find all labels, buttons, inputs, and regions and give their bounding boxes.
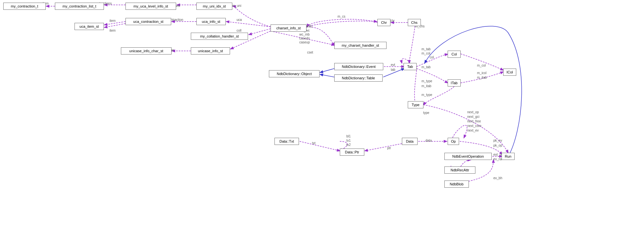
node-my_collation_handler_st: my_collation_handler_st: [191, 33, 248, 40]
node-NdbEventOperation: NdbEventOperation: [444, 153, 492, 160]
node-NdbRecAttr: NdbRecAttr: [444, 166, 475, 174]
node-uca_info_st: uca_info_st: [196, 18, 226, 25]
edge-label-44: pk_ev: [493, 139, 502, 142]
edge-label-17: casedn: [299, 37, 310, 40]
node-ICol: ICol: [503, 69, 516, 76]
edge-label-36: txt: [312, 141, 316, 145]
edge-label-8: coll: [237, 29, 241, 32]
edge-label-18: caseup: [299, 40, 310, 44]
node-charset_info_st: charset_info_st: [271, 24, 306, 32]
edge-label-29: m_itab: [477, 76, 487, 79]
node-Data: Data: [402, 138, 418, 145]
node-Tab: Tab: [404, 63, 417, 70]
node-my_contraction_list_t: my_contraction_list_t: [55, 3, 104, 10]
node-Data_Ptr: Data::Ptr: [340, 149, 364, 156]
edge-label-16: wc_mb: [299, 33, 310, 36]
edge-label-42: next_com: [467, 124, 481, 128]
edge-label-7: uca: [237, 18, 242, 22]
edge-label-25: m_itab: [421, 84, 431, 88]
edges-svg: [0, 0, 644, 236]
svg-line-6: [226, 22, 271, 27]
edge-label-19: cset: [307, 51, 313, 54]
svg-line-7: [249, 29, 271, 35]
edge-label-39: next_op: [467, 110, 479, 114]
edge-label-27: m_col: [477, 64, 486, 67]
svg-line-18: [300, 141, 340, 151]
node-NdbDictionary_Object: NdbDictionary::Object: [269, 70, 320, 77]
node-Op: Op: [448, 138, 459, 145]
edge-label-28: m_icol: [477, 71, 487, 75]
svg-line-4: [105, 24, 125, 27]
node-ITab: ITab: [448, 79, 461, 87]
node-unicase_info_st: unicase_info_st: [191, 47, 230, 55]
edge-label-22: col: [430, 55, 434, 59]
edge-label-40: next_gci: [467, 115, 479, 118]
node-Run: Run: [502, 153, 515, 160]
edge-label-35: tx2: [346, 143, 351, 147]
node-uca_item_st: uca_item_st: [74, 23, 104, 30]
node-NdbBlob: NdbBlob: [444, 181, 469, 188]
node-NdbDictionary_Table: NdbDictionary::Table: [334, 74, 383, 82]
edge-label-47: ev_ra: [493, 157, 502, 161]
edge-label-43: next_ev: [467, 129, 479, 132]
edge-label-31: tab: [391, 68, 395, 71]
edge-label-34: tx1: [346, 139, 351, 142]
edge-label-30: evt: [391, 63, 395, 67]
edge-label-24: m_type: [421, 79, 432, 83]
node-my_contraction_t: my_contraction_t: [3, 3, 46, 10]
edge-label-48: ev_bh: [493, 176, 502, 180]
edge-label-32: type: [423, 111, 429, 115]
edge-label-38: data: [425, 139, 432, 142]
node-uca_contraction_st: uca_contraction_st: [125, 18, 171, 25]
edge-label-37: ptr: [387, 146, 391, 150]
node-my_charset_handler_st: my_charset_handler_st: [334, 42, 387, 49]
node-Col: Col: [448, 51, 461, 58]
edge-label-41: next_free: [467, 119, 481, 123]
node-Chr: Chr: [377, 19, 390, 26]
svg-line-14: [320, 74, 334, 77]
edge-label-4: item: [109, 19, 116, 23]
diagram-container: my_contraction_tmy_contraction_list_tmy_…: [0, 0, 644, 236]
edge-label-26: m_type: [421, 93, 432, 97]
node-my_uni_idx_st: my_uni_idx_st: [196, 3, 232, 10]
edge-label-33: bl1: [346, 134, 351, 138]
edge-label-5: item: [109, 29, 116, 32]
node-my_uca_level_info_st: my_uca_level_info_st: [125, 3, 176, 10]
node-Type: Type: [408, 101, 423, 108]
node-NdbDictionary_Event: NdbDictionary::Event: [334, 63, 383, 70]
edge-label-45: pk_op: [493, 144, 502, 147]
edge-label-21: m_col: [421, 52, 430, 55]
edge-label-11: m_cs: [338, 15, 345, 18]
svg-line-17: [365, 144, 402, 151]
edge-label-20: m_tab: [421, 47, 431, 51]
node-Chs: Chs: [408, 19, 421, 26]
edge-label-23: m_tab: [421, 65, 431, 69]
node-Data_Txt: Data::Txt: [274, 138, 299, 145]
svg-line-13: [320, 69, 334, 72]
node-unicase_info_char_st: unicase_info_char_st: [121, 47, 172, 55]
